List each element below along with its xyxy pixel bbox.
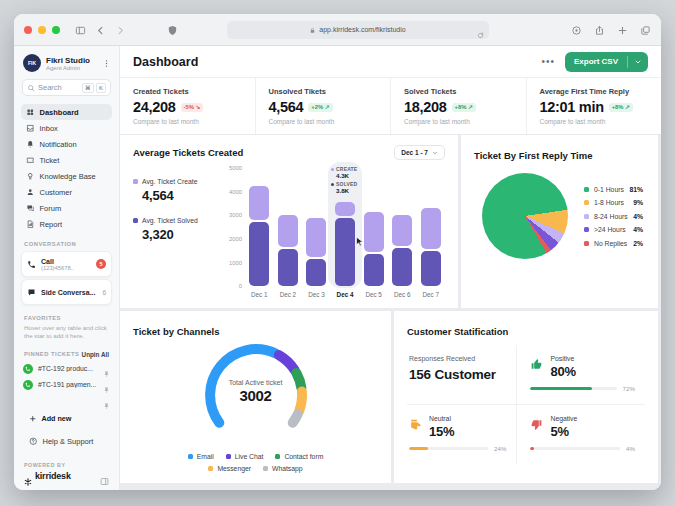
pie-legend-row: 0-1 Hours81% (584, 182, 643, 196)
legend-value: 4% (633, 213, 643, 220)
sidebar-item-label: Customer (40, 188, 73, 197)
bar-legend-item: Avg. Ticket Solved3,320 (133, 217, 225, 242)
legend-label: Live Chat (235, 453, 264, 460)
bar-column-dec-1[interactable]: Dec 1 (245, 168, 274, 298)
close-window-button[interactable] (24, 26, 32, 34)
gauge-center-value: 3002 (181, 387, 331, 404)
zoom-window-button[interactable] (52, 26, 60, 34)
stacked-bar (335, 202, 355, 286)
call-info: Call (123)45678.. (41, 258, 96, 271)
bar-segment-solved (335, 218, 355, 286)
gauge-legend-item: Whatsapp (263, 465, 303, 472)
sidebar-toggle-button[interactable] (75, 21, 86, 39)
pin-icon[interactable] (103, 381, 110, 388)
dashboard-content: Average Tickets Created Dec 1 - 7 Avg. T… (120, 135, 661, 490)
notification-icon (26, 140, 35, 149)
collapse-sidebar-icon[interactable] (100, 472, 109, 481)
sidebar-item-notification[interactable]: Notification (21, 136, 112, 152)
bar-column-dec-7[interactable]: Dec 7 (416, 168, 445, 298)
page-options-icon[interactable] (571, 21, 582, 39)
gauge-legend-item: Messenger (208, 465, 251, 472)
card-average-tickets-created: Average Tickets Created Dec 1 - 7 Avg. T… (120, 135, 458, 308)
search-icon (27, 84, 35, 92)
tabs-icon (640, 25, 651, 36)
new-tab-icon[interactable] (617, 21, 628, 39)
gauge-center-text: Total Active ticket 3002 (181, 379, 331, 404)
refresh-icon[interactable] (477, 26, 484, 44)
app-shell: FIK Fikri Studio Agent Admin ⌘ K Dashboa… (14, 46, 661, 490)
browser-window: app.kirridesk.com/fikristudio FIK Fikri … (14, 14, 661, 490)
metric-bar-track (530, 387, 616, 390)
workspace-role: Agent Admin (46, 65, 102, 71)
bar-column-dec-4[interactable]: CREATE4.3KSOLVED3.8KDec 4 (331, 168, 360, 298)
pie-chart (482, 173, 568, 259)
bar-wrap (302, 168, 331, 286)
sidebar-item-side-conversations[interactable]: Side Conversa... 6 (21, 279, 112, 305)
export-dropdown-caret[interactable] (628, 54, 648, 69)
bar-segment-solved (278, 249, 298, 286)
metric-value: 5% (550, 424, 577, 439)
bar-column-dec-6[interactable]: Dec 6 (388, 168, 417, 298)
pie-legend-row: >24 Hours4% (584, 223, 643, 237)
back-button[interactable] (95, 21, 106, 39)
legend-label: Avg. Ticket Solved (142, 217, 198, 224)
pin-icon[interactable] (103, 397, 110, 404)
workspace-menu-button[interactable] (102, 54, 111, 72)
brand-name: kirridesk (35, 471, 100, 481)
add-new-button[interactable]: Add new (24, 414, 109, 423)
sidebar-item-label: Report (40, 220, 63, 229)
export-csv-button[interactable]: Export CSV (565, 52, 648, 72)
dashboard-icon (26, 108, 35, 117)
search-box[interactable]: ⌘ K (22, 79, 111, 96)
metric-label: Positive (550, 355, 575, 362)
thumb-side-icon (409, 418, 422, 431)
stat-compare-label: Compare to last month (133, 118, 255, 125)
sidebar-item-customer[interactable]: Customer (21, 184, 112, 200)
responses-received-cell: Responses Received 156 Customer (407, 345, 516, 404)
pinned-ticket-row[interactable]: +1 678-908-78... (23, 394, 110, 408)
sidebar-item-report[interactable]: Report (21, 216, 112, 232)
thumb-up-wrap (530, 355, 543, 373)
share-icon[interactable] (594, 21, 605, 39)
bar-chart-y-axis: 500040003000200010000 (225, 168, 245, 286)
chevron-left-icon (95, 25, 106, 36)
sidebar-item-knowledge-base[interactable]: Knowledge Base (21, 168, 112, 184)
address-bar[interactable]: app.kirridesk.com/fikristudio (227, 21, 489, 39)
collapse-icon (100, 477, 109, 486)
bar-column-dec-2[interactable]: Dec 2 (274, 168, 303, 298)
stat-label: Solved Tickets (404, 87, 526, 96)
pie-legend-row: 1-8 Hours9% (584, 196, 643, 210)
bar-column-dec-3[interactable]: Dec 3 (302, 168, 331, 298)
pinned-tickets-list: #TC-192 produc...#TC-191 paymen...+1 678… (14, 360, 119, 410)
unpin-all-button[interactable]: Unpin All (82, 351, 109, 358)
tooltip-dot (331, 183, 334, 186)
stat-value: 4,564 (269, 99, 304, 115)
date-range-select[interactable]: Dec 1 - 7 (394, 145, 445, 160)
sidebar-item-dashboard[interactable]: Dashboard (21, 104, 112, 120)
sidebar-item-inbox[interactable]: Inbox (21, 120, 112, 136)
more-options-button[interactable]: ••• (541, 56, 555, 67)
legend-swatch (584, 187, 589, 192)
help-support-button[interactable]: Help & Support (24, 437, 109, 446)
x-axis-label: Dec 4 (337, 291, 354, 298)
sidebar-item-ticket[interactable]: Ticket (21, 152, 112, 168)
url-text: app.kirridesk.com/fikristudio (319, 26, 405, 33)
gauge-chart: Total Active ticket 3002 (181, 343, 331, 447)
gauge-legend-item: Live Chat (226, 453, 264, 460)
workspace-switcher[interactable]: FIK Fikri Studio Agent Admin (14, 46, 119, 79)
legend-swatch (584, 227, 589, 232)
forward-button[interactable] (115, 21, 126, 39)
bar-segment-create (278, 215, 298, 247)
minimize-window-button[interactable] (38, 26, 46, 34)
pin-icon[interactable] (103, 365, 110, 372)
privacy-shield-icon[interactable] (167, 21, 178, 39)
search-input[interactable] (38, 83, 80, 92)
sidebar-item-forum[interactable]: Forum (21, 200, 112, 216)
tab-overview-icon[interactable] (640, 21, 651, 39)
gauge-chart-title: Ticket by Channels (133, 326, 219, 337)
tooltip-dot (331, 168, 334, 171)
bar-legend-item: Avg. Ticket Create4,564 (133, 178, 225, 203)
sidebar-item-call[interactable]: Call (123)45678.. 5 (21, 251, 112, 277)
chevron-down-icon (634, 54, 642, 69)
metric-value: 80% (550, 364, 575, 379)
